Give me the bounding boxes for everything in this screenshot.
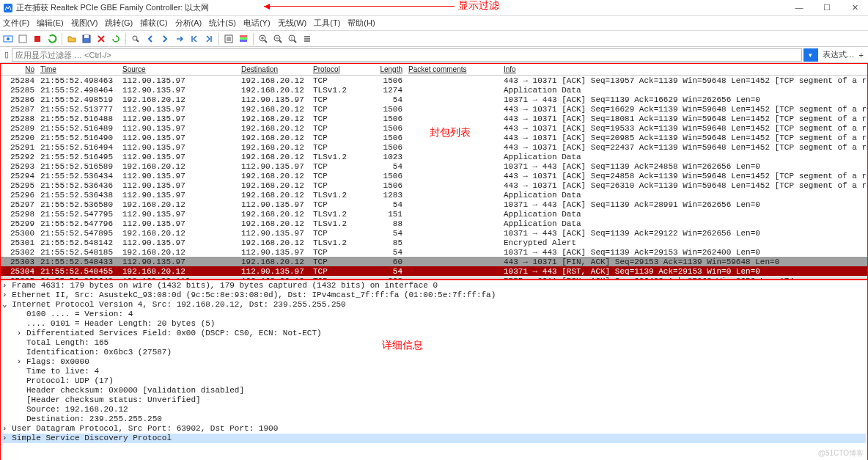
detail-line[interactable]: Destination: 239.255.255.250 <box>2 415 866 424</box>
tb-start-icon[interactable] <box>31 32 44 45</box>
packet-row[interactable]: 2529121:55:52.516494112.90.135.97192.168… <box>1 142 867 152</box>
tb-prev-icon[interactable] <box>144 32 157 45</box>
column-header[interactable]: Source <box>119 65 238 73</box>
tb-reload-icon[interactable] <box>109 32 122 45</box>
detail-line[interactable]: › Differentiated Services Field: 0x00 (D… <box>2 329 866 338</box>
detail-line[interactable]: Time to live: 4 <box>2 367 866 376</box>
packet-row[interactable]: 2529721:55:52.536580192.168.20.12112.90.… <box>1 200 867 209</box>
svg-rect-3 <box>19 35 26 43</box>
tb-zoomout-icon[interactable] <box>271 32 284 45</box>
detail-line[interactable]: › Ethernet II, Src: AsustekC_93:08:0d (9… <box>2 291 866 300</box>
packet-row[interactable]: 2528521:55:52.498464112.90.135.97192.168… <box>1 85 867 95</box>
packet-row[interactable]: 2529221:55:52.516495112.90.135.97192.168… <box>1 152 867 161</box>
detail-line[interactable]: Header checksum: 0x0000 [validation disa… <box>2 386 866 395</box>
detail-line[interactable]: .... 0101 = Header Length: 20 bytes (5) <box>2 319 866 329</box>
detail-line[interactable]: 0100 .... = Version: 4 <box>2 310 866 319</box>
bookmark-icon[interactable]: ▯ <box>1 50 12 59</box>
tb-resize-icon[interactable] <box>301 32 314 45</box>
tb-next-icon[interactable] <box>158 32 172 45</box>
detail-line[interactable]: Total Length: 165 <box>2 338 866 348</box>
menu-item[interactable]: 工具(T) <box>314 18 340 29</box>
tb-options-icon[interactable] <box>16 32 29 45</box>
display-filter-input[interactable] <box>12 48 802 62</box>
svg-line-19 <box>294 40 296 43</box>
menu-item[interactable]: 文件(F) <box>3 18 29 29</box>
tb-find-icon[interactable] <box>129 32 142 45</box>
packet-row[interactable]: 2529821:55:52.547795112.90.135.97192.168… <box>1 209 867 219</box>
tb-last-icon[interactable] <box>202 32 216 45</box>
tb-autoscroll-icon[interactable] <box>222 32 235 45</box>
column-header[interactable]: Packet comments <box>405 65 501 73</box>
packet-row[interactable]: 2528421:55:52.498463112.90.135.97192.168… <box>1 76 867 85</box>
detail-line[interactable]: Source: 192.168.20.12 <box>2 405 866 415</box>
menu-item[interactable]: 无线(W) <box>278 18 307 29</box>
packet-row[interactable]: 2530021:55:52.547895192.168.20.12112.90.… <box>1 228 867 238</box>
column-header[interactable]: Length <box>354 65 405 73</box>
tb-colorize-icon[interactable] <box>237 32 250 45</box>
minimize-button[interactable]: — <box>789 3 809 12</box>
titlebar: 正在捕获 Realtek PCIe GBE Family Controller:… <box>0 0 868 16</box>
packet-row[interactable]: 2528821:55:52.516488112.90.135.97192.168… <box>1 114 867 123</box>
packet-row[interactable]: 2530221:55:52.548185192.168.20.12112.90.… <box>1 247 867 257</box>
tb-close-icon[interactable] <box>95 32 108 45</box>
tb-save-icon[interactable] <box>80 32 93 45</box>
maximize-button[interactable]: ☐ <box>817 3 837 12</box>
svg-rect-10 <box>240 35 247 37</box>
menubar: 文件(F)编辑(E)视图(V)跳转(G)捕获(C)分析(A)统计(S)电话(Y)… <box>0 16 868 31</box>
packet-row[interactable]: 2529421:55:52.536434112.90.135.97192.168… <box>1 171 867 180</box>
svg-line-8 <box>136 40 139 42</box>
svg-text:1: 1 <box>290 36 293 40</box>
menu-item[interactable]: 捕获(C) <box>140 18 167 29</box>
packet-row[interactable]: 2530421:55:52.548455192.168.20.12112.90.… <box>1 266 867 276</box>
tb-first-icon[interactable] <box>188 32 201 45</box>
packet-details-pane[interactable]: 详细信息 › Frame 4631: 179 bytes on wire (14… <box>0 280 868 460</box>
detail-line[interactable]: › Flags: 0x0000 <box>2 357 866 367</box>
expression-button[interactable]: 表达式… <box>823 49 855 60</box>
watermark: @51CTO博客 <box>818 448 864 459</box>
packet-row[interactable]: 2528921:55:52.516489112.90.135.97192.168… <box>1 123 867 133</box>
column-header[interactable]: Protocol <box>310 65 354 73</box>
packet-row[interactable]: 2530121:55:52.548142112.90.135.97192.168… <box>1 238 867 247</box>
menu-item[interactable]: 帮助(H) <box>347 18 375 29</box>
column-header[interactable]: No <box>1 65 37 73</box>
detail-line[interactable]: › User Datagram Protocol, Src Port: 6390… <box>2 424 866 434</box>
add-filter-button[interactable]: + <box>859 51 864 59</box>
filter-dropdown-button[interactable]: ▾ <box>803 48 818 62</box>
tb-open-icon[interactable] <box>65 32 78 45</box>
column-header[interactable]: Destination <box>238 65 310 73</box>
column-header[interactable]: Time <box>37 65 119 73</box>
detail-line[interactable]: › Simple Service Discovery Protocol <box>2 434 866 443</box>
close-button[interactable]: ✕ <box>845 3 865 12</box>
packet-row[interactable]: 2529521:55:52.536436112.90.135.97192.168… <box>1 180 867 190</box>
detail-line[interactable]: [Header checksum status: Unverified] <box>2 395 866 405</box>
packet-row[interactable]: 2529321:55:52.516589192.168.20.12112.90.… <box>1 161 867 171</box>
menu-item[interactable]: 视图(V) <box>71 18 98 29</box>
svg-point-2 <box>7 37 10 40</box>
menu-item[interactable]: 编辑(E) <box>37 18 64 29</box>
svg-rect-11 <box>240 37 247 40</box>
packet-row[interactable]: 2528621:55:52.498519192.168.20.12112.90.… <box>1 95 867 104</box>
svg-line-16 <box>279 40 282 43</box>
packet-row[interactable]: 2528721:55:52.513777112.90.135.97192.168… <box>1 104 867 114</box>
tb-interfaces-icon[interactable] <box>1 32 15 45</box>
packet-row[interactable]: 2530321:55:52.548433112.90.135.97192.168… <box>1 257 867 266</box>
packet-list-pane[interactable]: NoTimeSourceDestinationProtocolLengthPac… <box>0 63 868 280</box>
menu-item[interactable]: 跳转(G) <box>105 18 133 29</box>
tb-zoomreset-icon[interactable]: 1 <box>286 32 299 45</box>
column-header[interactable]: Info <box>501 65 867 73</box>
detail-line[interactable]: ⌄ Internet Protocol Version 4, Src: 192.… <box>2 300 866 310</box>
tb-zoomin-icon[interactable] <box>257 32 270 45</box>
detail-line[interactable]: › Frame 4631: 179 bytes on wire (1432 bi… <box>2 281 866 291</box>
detail-line[interactable]: Identification: 0x6bc3 (27587) <box>2 348 866 357</box>
packet-row[interactable]: 2529621:55:52.536438112.90.135.97192.168… <box>1 190 867 200</box>
menu-item[interactable]: 分析(A) <box>175 18 202 29</box>
detail-line[interactable]: Protocol: UDP (17) <box>2 376 866 386</box>
menu-item[interactable]: 统计(S) <box>209 18 236 29</box>
window-title: 正在捕获 Realtek PCIe GBE Family Controller:… <box>16 2 789 13</box>
packet-row[interactable]: 2529921:55:52.547796112.90.135.97192.168… <box>1 219 867 228</box>
packet-list-header[interactable]: NoTimeSourceDestinationProtocolLengthPac… <box>1 64 867 76</box>
tb-stop-icon[interactable] <box>45 32 59 45</box>
tb-jump-icon[interactable] <box>173 32 186 45</box>
menu-item[interactable]: 电话(Y) <box>243 18 271 29</box>
packet-row[interactable]: 2529021:55:52.516490112.90.135.97192.168… <box>1 133 867 142</box>
